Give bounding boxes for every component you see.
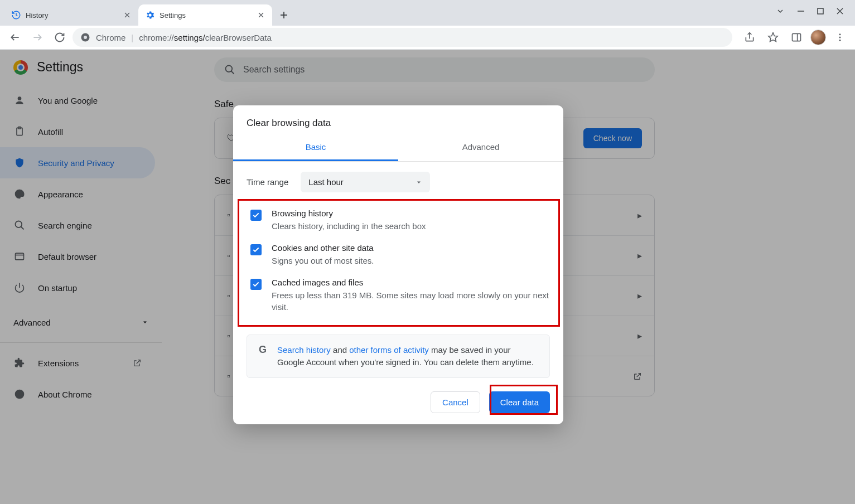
svg-point-20	[839, 40, 841, 41]
tab-settings[interactable]: Settings	[138, 4, 272, 26]
checkbox-checked-icon[interactable]	[250, 210, 262, 221]
option-browsing-history[interactable]: Browsing historyClears history, includin…	[248, 203, 553, 238]
kebab-menu-icon[interactable]	[830, 28, 849, 47]
svg-rect-16	[793, 33, 801, 41]
dialog-actions: Cancel Clear data	[233, 378, 563, 413]
gear-icon	[145, 10, 155, 20]
svg-marker-33	[417, 181, 421, 183]
new-tab-button[interactable]	[276, 7, 292, 23]
svg-point-13	[84, 36, 87, 39]
browser-chrome: History Settings Chrome | chrome://setti…	[0, 0, 855, 50]
clear-browsing-data-dialog: Clear browsing data Basic Advanced Time …	[233, 105, 563, 424]
search-history-link[interactable]: Search history	[277, 345, 331, 355]
window-controls	[765, 0, 855, 22]
close-icon[interactable]	[257, 11, 265, 20]
close-icon[interactable]	[123, 11, 132, 20]
profile-avatar[interactable]	[810, 30, 826, 45]
history-icon	[11, 10, 21, 20]
toolbar-actions	[736, 28, 849, 47]
chrome-page-icon	[80, 32, 90, 42]
option-desc: Frees up less than 319 MB. Some sites ma…	[272, 289, 550, 313]
option-cookies[interactable]: Cookies and other site dataSigns you out…	[248, 238, 553, 272]
browser-toolbar: Chrome | chrome://settings/clearBrowserD…	[0, 26, 855, 50]
url-prefix: Chrome	[96, 33, 125, 42]
checkbox-checked-icon[interactable]	[250, 244, 262, 255]
svg-marker-15	[769, 33, 778, 42]
time-range-label: Time range	[247, 177, 288, 187]
back-button[interactable]	[6, 28, 25, 47]
tab-basic[interactable]: Basic	[233, 134, 398, 161]
google-g-icon: G	[257, 344, 268, 355]
url-divider: |	[131, 33, 133, 42]
option-desc: Signs you out of most sites.	[272, 255, 374, 266]
dialog-title: Clear browsing data	[233, 105, 563, 134]
reload-button[interactable]	[50, 28, 69, 47]
options-highlight: Browsing historyClears history, includin…	[238, 199, 560, 327]
sidepanel-icon[interactable]	[787, 28, 806, 47]
chevron-down-icon	[416, 179, 422, 186]
tab-title: Settings	[160, 11, 186, 20]
clear-data-button[interactable]: Clear data	[489, 391, 550, 413]
share-icon[interactable]	[740, 28, 759, 47]
svg-point-19	[839, 37, 841, 38]
address-bar[interactable]: Chrome | chrome://settings/clearBrowserD…	[73, 28, 732, 47]
tab-advanced[interactable]: Advanced	[398, 134, 563, 161]
option-desc: Clears history, including in the search …	[272, 220, 426, 232]
tab-title: History	[26, 11, 48, 20]
tab-search-icon[interactable]	[776, 7, 785, 16]
time-range-value: Last hour	[308, 177, 344, 187]
forward-button[interactable]	[28, 28, 47, 47]
google-account-info: G Search history and other forms of acti…	[247, 335, 550, 378]
close-window-icon[interactable]	[836, 7, 844, 15]
dialog-tabs: Basic Advanced	[233, 134, 563, 162]
svg-point-18	[839, 33, 841, 35]
tab-history[interactable]: History	[4, 4, 138, 26]
minimize-icon[interactable]	[797, 7, 805, 15]
other-activity-link[interactable]: other forms of activity	[349, 345, 429, 355]
option-title: Cookies and other site data	[272, 243, 374, 253]
option-title: Cached images and files	[272, 278, 550, 287]
time-range-select[interactable]: Last hour	[301, 172, 430, 192]
url-text: chrome://settings/clearBrowserData	[139, 33, 272, 42]
maximize-icon[interactable]	[817, 8, 824, 14]
cancel-button[interactable]: Cancel	[431, 391, 480, 413]
option-title: Browsing history	[272, 209, 426, 218]
bookmark-icon[interactable]	[764, 28, 782, 47]
option-cached[interactable]: Cached images and filesFrees up less tha…	[248, 272, 553, 318]
info-text: Search history and other forms of activi…	[277, 344, 539, 369]
checkbox-checked-icon[interactable]	[250, 279, 262, 290]
svg-rect-1	[818, 8, 823, 14]
tab-strip: History Settings	[0, 0, 855, 26]
time-range-row: Time range Last hour	[233, 162, 563, 199]
